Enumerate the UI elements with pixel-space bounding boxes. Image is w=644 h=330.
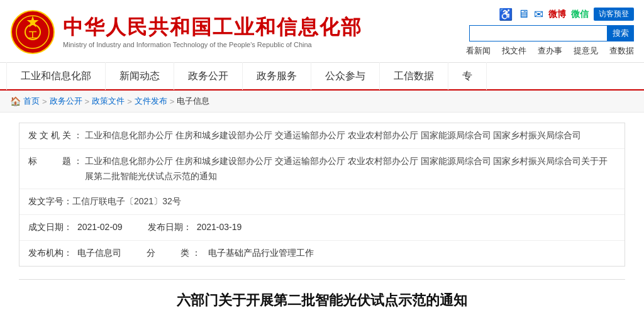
breadcrumb-policy[interactable]: 政策文件 (92, 96, 125, 107)
article-title: 六部门关于开展第二批智能光伏试点示范的通知 (19, 290, 625, 311)
accessibility-icon[interactable]: ♿ (499, 8, 513, 21)
title-value: 工业和信息化部办公厅 住房和城乡建设部办公厅 交通运输部办公厅 农业农村部办公厅… (85, 154, 616, 184)
nav-link-file[interactable]: 找文件 (502, 45, 526, 57)
created-label: 成文日期： (28, 220, 72, 235)
breadcrumb-current: 电子信息 (177, 96, 209, 107)
created-value: 2021-02-09 (77, 220, 123, 235)
nav-link-data[interactable]: 查数据 (609, 45, 634, 57)
org-label: 发布机构： (28, 246, 72, 261)
top-icons: ♿ 🖥 ✉ 微博 微信 访客预登 (499, 8, 634, 21)
nav-item-special[interactable]: 专 (448, 62, 487, 90)
breadcrumb-sep-1: > (42, 97, 47, 106)
top-bar: 工 中华人民共和国工业和信息化部 Ministry of Industry an… (0, 0, 644, 63)
top-right: ♿ 🖥 ✉ 微博 微信 访客预登 搜索 看新闻 找文件 查办事 提意见 查数据 (466, 8, 634, 57)
svg-text:工: 工 (28, 30, 37, 40)
nav-item-public[interactable]: 公众参与 (311, 62, 380, 90)
nav-item-ministry[interactable]: 工业和信息化部 (6, 62, 106, 90)
breadcrumb-file-release[interactable]: 文件发布 (135, 96, 167, 107)
search-button[interactable]: 搜索 (608, 25, 634, 41)
docnum-label: 发文字号： (28, 194, 72, 209)
doc-info-docnum-row: 发文字号： 工信厅联电子〔2021〕32号 (19, 189, 625, 215)
screen-icon[interactable]: 🖥 (518, 8, 529, 21)
title-label: 标 题： (28, 154, 85, 184)
logo-text-area: 中华人民共和国工业和信息化部 Ministry of Industry and … (63, 15, 362, 48)
breadcrumb-home-icon[interactable]: 🏠 (10, 96, 21, 106)
doc-info-table: 发文机关： 工业和信息化部办公厅 住房和城乡建设部办公厅 交通运输部办公厅 农业… (19, 123, 625, 267)
nav-link-feedback[interactable]: 提意见 (574, 45, 598, 57)
sender-value: 工业和信息化部办公厅 住房和城乡建设部办公厅 交通运输部办公厅 农业农村部办公厅… (85, 128, 616, 143)
org-value: 电子信息司 (77, 246, 121, 261)
breadcrumb: 🏠 首页 > 政务公开 > 政策文件 > 文件发布 > 电子信息 (0, 91, 644, 113)
breadcrumb-sep-4: > (170, 97, 175, 106)
breadcrumb-home-link[interactable]: 首页 (23, 96, 40, 107)
doc-info-sender-row: 发文机关： 工业和信息化部办公厅 住房和城乡建设部办公厅 交通运输部办公厅 农业… (19, 123, 625, 149)
published-value: 2021-03-19 (197, 220, 242, 235)
created-pair: 成文日期： 2021-02-09 (28, 220, 123, 235)
top-links: 看新闻 找文件 查办事 提意见 查数据 (466, 45, 634, 57)
wechat-icon[interactable]: 微信 (571, 9, 589, 20)
nav-item-gov-open[interactable]: 政务公开 (174, 62, 243, 90)
breadcrumb-sep-3: > (127, 97, 132, 106)
weibo-icon[interactable]: 微博 (548, 9, 566, 20)
search-input[interactable] (469, 25, 608, 41)
divider (19, 279, 625, 280)
category-value: 电子基础产品行业管理工作 (208, 246, 314, 261)
mail-icon[interactable]: ✉ (534, 8, 543, 21)
doc-info-org-row: 发布机构： 电子信息司 分 类： 电子基础产品行业管理工作 (19, 241, 625, 266)
nav-bar: 工业和信息化部 新闻动态 政务公开 政务服务 公众参与 工信数据 专 (0, 63, 644, 91)
nav-item-gov-service[interactable]: 政务服务 (243, 62, 311, 90)
dates-pair: 成文日期： 2021-02-09 发布日期： 2021-03-19 (28, 220, 616, 235)
docnum-value: 工信厅联电子〔2021〕32号 (72, 194, 616, 209)
nav-item-data[interactable]: 工信数据 (380, 62, 448, 90)
logo-title: 中华人民共和国工业和信息化部 (63, 15, 362, 39)
doc-info-dates-row: 成文日期： 2021-02-09 发布日期： 2021-03-19 (19, 215, 625, 241)
published-label: 发布日期： (148, 220, 192, 235)
search-area: 搜索 (469, 25, 634, 41)
nav-link-news[interactable]: 看新闻 (466, 45, 491, 57)
sender-label: 发文机关： (28, 128, 85, 143)
org-pair: 发布机构： 电子信息司 分 类： 电子基础产品行业管理工作 (28, 246, 616, 261)
nav-link-affairs[interactable]: 查办事 (538, 45, 562, 57)
org-item: 发布机构： 电子信息司 (28, 246, 121, 261)
published-pair: 发布日期： 2021-03-19 (148, 220, 242, 235)
breadcrumb-sep-2: > (85, 97, 90, 106)
nav-item-news[interactable]: 新闻动态 (106, 62, 174, 90)
logo-area: 工 中华人民共和国工业和信息化部 Ministry of Industry an… (10, 9, 362, 55)
logo-subtitle: Ministry of Industry and Information Tec… (63, 41, 362, 48)
visitor-button[interactable]: 访客预登 (594, 8, 634, 21)
category-item: 分 类： 电子基础产品行业管理工作 (147, 246, 314, 261)
logo-emblem: 工 (10, 9, 55, 55)
category-label: 分 类： (147, 246, 203, 261)
main-content: 发文机关： 工业和信息化部办公厅 住房和城乡建设部办公厅 交通运输部办公厅 农业… (0, 113, 644, 328)
breadcrumb-gov-open[interactable]: 政务公开 (50, 96, 82, 107)
doc-info-title-row: 标 题： 工业和信息化部办公厅 住房和城乡建设部办公厅 交通运输部办公厅 农业农… (19, 149, 625, 190)
